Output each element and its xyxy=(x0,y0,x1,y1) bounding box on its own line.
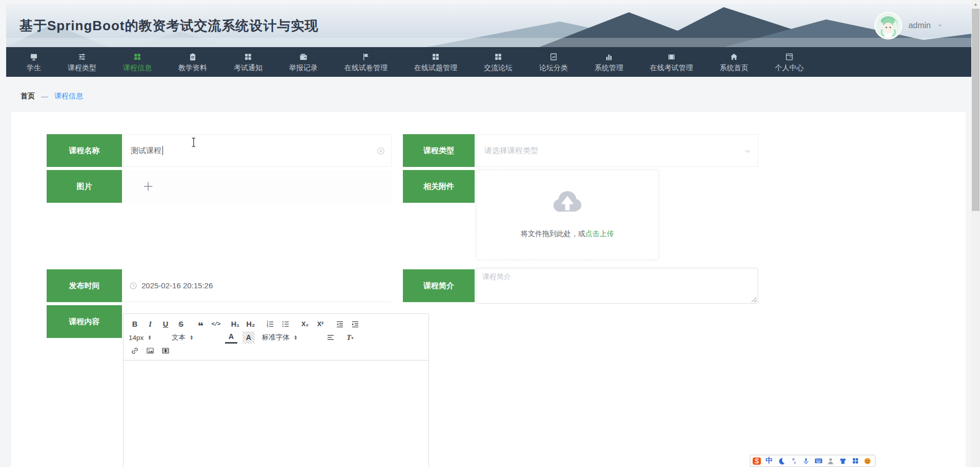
caret-down-icon[interactable] xyxy=(937,23,943,29)
bold-button[interactable]: B xyxy=(129,318,141,330)
code-block-button[interactable]: </> xyxy=(210,318,222,330)
page-scrollbar[interactable]: ▲ xyxy=(971,0,980,467)
nav-item-system-home[interactable]: 系统首页 xyxy=(706,47,762,77)
course-intro-textarea[interactable] xyxy=(476,268,758,304)
image-icon[interactable] xyxy=(144,345,156,357)
font-family-picker[interactable]: 标准字体▲▼ xyxy=(262,333,315,342)
scrollbar-thumb[interactable] xyxy=(972,9,979,211)
moon-icon[interactable] xyxy=(777,457,786,465)
nav-item-personal-center[interactable]: 个人中心 xyxy=(762,47,817,77)
clock-icon xyxy=(129,282,137,290)
card-icon xyxy=(785,53,793,61)
page-title: 基于SpringBoot的教资考试交流系统设计与实现 xyxy=(19,4,319,47)
grid-icon xyxy=(244,53,252,61)
nav-item-forum-category[interactable]: 论坛分类 xyxy=(526,47,581,77)
grid-icon xyxy=(494,53,502,61)
course-type-label: 课程类型 xyxy=(403,134,475,167)
grid-blue-icon[interactable] xyxy=(851,457,860,465)
highlight-color-button[interactable]: A xyxy=(242,331,255,344)
clear-format-button[interactable]: Tx xyxy=(344,331,356,344)
cloud-upload-icon xyxy=(551,185,584,218)
nav-item-online-exam-mgmt[interactable]: 在线考试管理 xyxy=(637,47,706,77)
italic-button[interactable]: I xyxy=(144,318,156,330)
attachment-dropzone[interactable]: 将文件拖到此处，或点击上传 xyxy=(476,169,659,260)
main-nav: 学生 课程类型 课程信息 教学资料 考试通知 举报记录 在线试卷管理 在线试题管… xyxy=(6,47,971,77)
sliders-icon xyxy=(78,53,86,61)
superscript-button[interactable]: X² xyxy=(314,318,326,330)
nav-item-students[interactable]: 学生 xyxy=(13,47,54,77)
breadcrumb-separator: — xyxy=(41,92,48,100)
person-icon[interactable] xyxy=(826,457,835,465)
indent-icon[interactable] xyxy=(349,318,361,330)
font-size-picker[interactable]: 14px▲▼ xyxy=(129,334,162,342)
nav-item-course-type[interactable]: 课程类型 xyxy=(54,47,110,77)
nav-item-online-question-mgmt[interactable]: 在线试题管理 xyxy=(401,47,471,77)
mic-icon[interactable] xyxy=(802,457,810,465)
nav-item-course-info[interactable]: 课程信息 xyxy=(110,47,165,77)
editor-content-area[interactable] xyxy=(123,360,429,467)
nav-item-online-paper-mgmt[interactable]: 在线试卷管理 xyxy=(331,47,401,77)
outdent-icon[interactable] xyxy=(334,318,346,330)
svg-text:3: 3 xyxy=(267,325,268,328)
header1-button[interactable]: H₁ xyxy=(229,318,241,330)
underline-button[interactable]: U xyxy=(159,318,172,330)
course-content-editor: B I U S ❝ </> H₁ H₂ 123 xyxy=(123,313,429,467)
tshirt-icon[interactable] xyxy=(839,457,847,465)
subscript-button[interactable]: X₂ xyxy=(299,318,311,330)
ime-punctuation-toggle[interactable]: °, xyxy=(789,457,798,465)
course-name-label: 课程名称 xyxy=(47,134,122,167)
strikethrough-button[interactable]: S xyxy=(175,318,187,330)
clipboard-icon xyxy=(189,53,197,61)
paragraph-style-picker[interactable]: 文本▲▼ xyxy=(172,333,216,342)
image-label: 图片 xyxy=(47,170,122,203)
flag-icon xyxy=(362,53,370,61)
nav-item-report-records[interactable]: 举报记录 xyxy=(276,47,331,77)
smiley-icon[interactable] xyxy=(863,457,872,465)
header2-button[interactable]: H₂ xyxy=(244,318,257,330)
keyboard-icon[interactable] xyxy=(814,457,823,465)
dropzone-hint: 将文件拖到此处，或点击上传 xyxy=(476,229,659,239)
avatar[interactable] xyxy=(874,12,902,39)
grid-icon xyxy=(133,53,141,61)
docchart-icon xyxy=(549,53,558,61)
course-type-select[interactable]: 请选择课程类型 xyxy=(476,134,758,167)
wallet-icon xyxy=(299,53,308,61)
nav-item-system-mgmt[interactable]: 系统管理 xyxy=(581,47,637,77)
chevron-down-icon xyxy=(744,147,751,155)
link-icon[interactable] xyxy=(129,345,141,357)
ime-language-toggle[interactable]: 中 xyxy=(765,457,773,465)
sogou-icon[interactable] xyxy=(752,457,761,465)
upload-link[interactable]: 点击上传 xyxy=(585,229,614,238)
plus-icon[interactable] xyxy=(142,181,154,192)
nav-item-forum[interactable]: 交流论坛 xyxy=(471,47,526,77)
course-name-input[interactable]: 测试课程 xyxy=(123,134,392,167)
olist-icon[interactable]: 123 xyxy=(264,318,276,330)
scroll-up-arrow[interactable]: ▲ xyxy=(971,0,980,9)
align-icon[interactable] xyxy=(324,331,337,344)
publish-time-label: 发布时间 xyxy=(47,269,122,302)
user-menu[interactable]: admin xyxy=(874,4,943,47)
video-icon[interactable] xyxy=(159,345,172,357)
nav-item-teaching-materials[interactable]: 教学资料 xyxy=(165,47,220,77)
ime-toolbar: 中 °, xyxy=(750,455,875,467)
image-upload-area[interactable] xyxy=(123,170,392,203)
text-color-button[interactable]: A xyxy=(225,331,237,344)
blockquote-button[interactable]: ❝ xyxy=(194,318,207,330)
form-card: 课程名称 课程类型 图片 相关附件 发布时间 课程简介 课程内容 测试课程 请选… xyxy=(11,112,966,467)
breadcrumb: 首页 — 课程信息 xyxy=(21,89,83,103)
attachment-label: 相关附件 xyxy=(403,170,475,203)
breadcrumb-home[interactable]: 首页 xyxy=(21,92,35,101)
home-icon xyxy=(730,53,738,61)
username[interactable]: admin xyxy=(908,21,931,30)
nav-item-exam-notice[interactable]: 考试通知 xyxy=(220,47,276,77)
editor-toolbar: B I U S ❝ </> H₁ H₂ 123 xyxy=(123,313,429,360)
text-caret xyxy=(162,146,163,155)
course-content-label: 课程内容 xyxy=(47,305,122,338)
grid-icon xyxy=(432,53,440,61)
publish-time-picker[interactable]: 2025-02-16 20:15:26 xyxy=(123,269,392,302)
page: 基于SpringBoot的教资考试交流系统设计与实现 admin 学生 课程类型… xyxy=(0,0,980,467)
barchart-icon xyxy=(605,53,613,61)
clear-icon[interactable] xyxy=(377,147,385,155)
ulist-icon[interactable] xyxy=(279,318,292,330)
breadcrumb-current[interactable]: 课程信息 xyxy=(54,92,83,101)
